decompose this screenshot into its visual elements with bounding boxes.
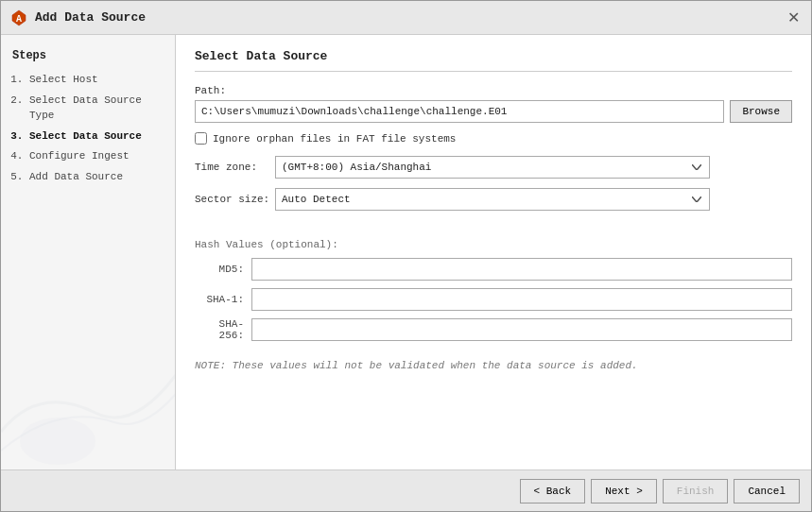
path-label: Path: [195,85,792,96]
title-bar: A Add Data Source ✕ [1,1,811,35]
sha1-input[interactable] [251,288,792,311]
timezone-label: Time zone: [195,162,275,173]
sidebar-title: Steps [12,49,164,62]
cancel-button[interactable]: Cancel [734,479,800,503]
steps-list: Select Host Select Data Source Type Sele… [12,72,164,184]
step-2: Select Data Source Type [29,93,164,124]
sector-select[interactable]: Auto Detect5124096 [275,188,710,211]
md5-input[interactable] [251,258,792,281]
sector-size-row: Sector size: Auto Detect5124096 [195,188,792,211]
panel-title: Select Data Source [195,49,792,72]
right-panel: Select Data Source Path: Browse Ignore o… [176,35,811,469]
add-data-source-dialog: A Add Data Source ✕ Steps Select Host Se… [0,0,812,512]
sha1-row: SHA-1: [195,288,792,311]
timezone-row: Time zone: (GMT+8:00) Asia/Shanghai(GMT+… [195,156,792,179]
orphan-files-checkbox[interactable] [195,132,207,145]
dialog-title: Add Data Source [35,10,785,25]
browse-button[interactable]: Browse [730,100,792,123]
svg-point-2 [20,418,95,465]
md5-label: MD5: [195,264,251,275]
sha256-input[interactable] [251,318,792,341]
sha256-label: SHA-256: [195,318,251,341]
sidebar: Steps Select Host Select Data Source Typ… [1,35,176,469]
back-button[interactable]: < Back [520,479,586,503]
step-1: Select Host [29,72,164,88]
main-content: Steps Select Host Select Data Source Typ… [1,35,811,469]
md5-row: MD5: [195,258,792,281]
step-3-active: Select Data Source [29,128,164,145]
wizard-icon: A [10,9,27,26]
path-row: Browse [195,100,792,123]
close-button[interactable]: ✕ [785,9,802,26]
finish-button[interactable]: Finish [663,479,729,503]
sha1-label: SHA-1: [195,294,251,305]
note-text: NOTE: These values will not be validated… [195,360,792,371]
sector-label: Sector size: [195,194,275,205]
svg-text:A: A [16,14,22,25]
next-button[interactable]: Next > [591,479,657,503]
timezone-select[interactable]: (GMT+8:00) Asia/Shanghai(GMT+0:00) UTC(G… [275,156,710,179]
orphan-files-row: Ignore orphan files in FAT file systems [195,132,792,145]
orphan-files-label: Ignore orphan files in FAT file systems [213,133,456,145]
step-5: Add Data Source [29,169,164,185]
path-input[interactable] [195,100,724,123]
footer: < Back Next > Finish Cancel [1,469,811,511]
sidebar-decoration [1,356,175,469]
hash-title: Hash Values (optional): [195,239,792,250]
sha256-row: SHA-256: [195,318,792,341]
step-4: Configure Ingest [29,148,164,164]
